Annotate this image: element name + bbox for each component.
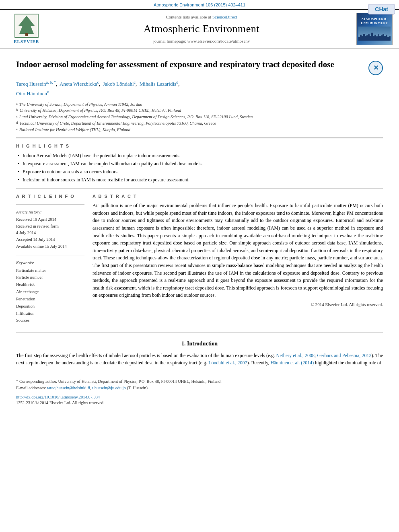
affiliation-a: a The University of Jordan, Department o…	[16, 101, 383, 108]
ref-hanninen[interactable]: Hänninen et al. (2014)	[270, 360, 314, 366]
copyright-line: © 2014 Elsevier Ltd. All rights reserved…	[93, 302, 383, 308]
journal-cover-area: ATMOSPHERIC ENVIRONMENT	[356, 13, 393, 45]
ref-nethery[interactable]: Nethery et al., 2008	[276, 353, 315, 358]
email-footnote: E-mail addresses: tareq.hussein@helsinki…	[16, 385, 383, 391]
introduction-paragraph: The first step for assessing the health …	[16, 352, 383, 367]
cover-text: ATMOSPHERIC ENVIRONMENT	[361, 17, 388, 25]
history-label: Article history:	[16, 210, 84, 216]
author-hussein[interactable]: Tareq Hussein	[16, 81, 46, 87]
highlight-item: Inclusion of indoor sources in IAM is mo…	[16, 176, 383, 183]
footnote-area: * Corresponding author. University of He…	[16, 375, 383, 391]
author-wierzbicka[interactable]: Aneta Wierzbicka	[60, 81, 97, 87]
elsevier-tree-icon	[14, 14, 39, 38]
highlights-section: H I G H L I G H T S Indoor Aerosol Model…	[16, 143, 383, 183]
doi-link[interactable]: http://dx.doi.org/10.1016/j.atmosenv.201…	[16, 395, 100, 399]
article-history-group: Article history: Received 19 April 2014 …	[16, 210, 84, 250]
highlights-label: H I G H L I G H T S	[16, 143, 383, 149]
article-title-section: Indoor aerosol modeling for assessment o…	[16, 59, 383, 75]
affiliation-c: c Lund University, Division of Ergonomic…	[16, 114, 383, 120]
journal-citation: Atmospheric Environment 106 (2015) 402–4…	[154, 2, 245, 7]
abstract-column: A B S T R A C T Air pollution is one of …	[93, 193, 383, 328]
history-dates: Received 19 April 2014 Received in revis…	[16, 216, 84, 250]
bottom-bar: http://dx.doi.org/10.1016/j.atmosenv.201…	[16, 394, 383, 406]
introduction-title: 1. Introduction	[16, 340, 383, 348]
divider-info-top	[16, 204, 84, 205]
author-hanninen[interactable]: Otto Hänninen	[16, 90, 47, 97]
science-direct-link: Contents lists available at ScienceDirec…	[51, 14, 352, 20]
ref-gerharz[interactable]: Gerharz and Pebesma, 2013	[317, 353, 371, 358]
top-bar: Atmospheric Environment 106 (2015) 402–4…	[0, 0, 399, 9]
highlight-item: In exposure assessment, IAM can be coupl…	[16, 160, 383, 167]
two-column-layout: A R T I C L E I N F O Article history: R…	[16, 193, 383, 328]
abstract-text: Air pollution is one of the major enviro…	[93, 202, 383, 299]
highlight-item: Indoor Aerosol Models (IAM) have the pot…	[16, 152, 383, 159]
divider-after-highlights	[16, 188, 383, 189]
journal-header: ELSEVIER Contents lists available at Sci…	[0, 9, 399, 49]
highlight-item: Exposure to outdoor aerosols also occurs…	[16, 168, 383, 175]
keywords-group: Keywords: Particulate matter Particle nu…	[16, 260, 84, 324]
ref-londahl[interactable]: Löndahl et al., 2007	[208, 360, 247, 366]
author-lazaridis[interactable]: Mihalis Lazaridis	[140, 81, 176, 87]
crossmark-badge[interactable]: ✕	[368, 61, 383, 75]
science-direct-hyperlink[interactable]: ScienceDirect	[212, 14, 237, 19]
journal-cover: ATMOSPHERIC ENVIRONMENT	[356, 13, 393, 45]
abstract-label: A B S T R A C T	[93, 193, 383, 199]
divider-keywords	[16, 255, 84, 255]
email-link-1[interactable]: tareq.hussein@helsinki.fi	[47, 386, 90, 390]
svg-rect-2	[25, 33, 28, 36]
affiliation-b: b University of Helsinki, Department of …	[16, 107, 383, 114]
bottom-copyright: 1352-2310/© 2014 Elsevier Ltd. All right…	[16, 401, 105, 405]
elsevier-logo-area: ELSEVIER	[6, 14, 47, 45]
email-link-2[interactable]: t.hussein@ju.edu.jo	[92, 386, 125, 390]
corresponding-footnote: * Corresponding author. University of He…	[16, 378, 383, 385]
authors-list: Tareq Husseina, b, *, Aneta Wierzbickac,…	[16, 79, 383, 98]
highlights-list: Indoor Aerosol Models (IAM) have the pot…	[16, 152, 383, 183]
elsevier-logo: ELSEVIER	[6, 14, 47, 45]
divider-after-abstract	[16, 332, 383, 333]
main-content: Indoor aerosol modeling for assessment o…	[0, 49, 399, 410]
article-title: Indoor aerosol modeling for assessment o…	[16, 59, 364, 70]
affiliation-e: e National Institute for Health and Welf…	[16, 127, 383, 133]
keywords-label: Keywords:	[16, 260, 84, 266]
affiliation-d: d Technical University of Crete, Departm…	[16, 120, 383, 127]
journal-header-center: Contents lists available at ScienceDirec…	[51, 14, 352, 44]
journal-name: Atmospheric Environment	[51, 22, 352, 36]
journal-homepage: journal homepage: www.elsevier.com/locat…	[51, 38, 352, 44]
divider-after-affiliations	[16, 138, 383, 138]
chat-button[interactable]: CHat	[368, 4, 395, 14]
author-londahl[interactable]: Jakob Löndahl	[103, 81, 134, 87]
affiliations: a The University of Jordan, Department o…	[16, 101, 383, 133]
city-silhouette	[358, 31, 391, 41]
cover-city-image	[358, 27, 391, 41]
keyword-list: Particulate matter Particle number Healt…	[16, 267, 84, 325]
elsevier-label: ELSEVIER	[14, 39, 39, 45]
article-info-label: A R T I C L E I N F O	[16, 193, 84, 199]
article-info-column: A R T I C L E I N F O Article history: R…	[16, 193, 84, 328]
crossmark-icon: ✕	[368, 61, 383, 75]
